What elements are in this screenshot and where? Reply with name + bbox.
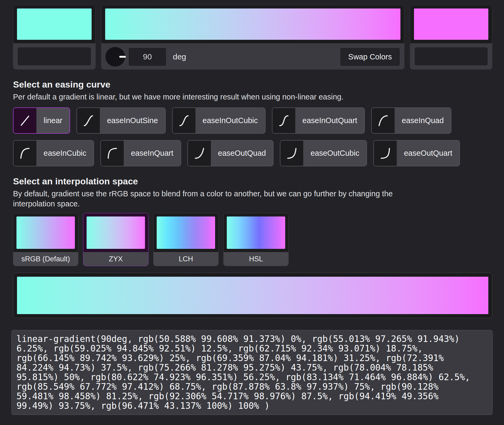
interp-option-srgb[interactable]: sRGB (Default) [13,213,78,266]
easing-option-label: linear [36,108,70,133]
interp-option-label: LCH [153,252,218,266]
start-color-swatch-area [13,5,95,43]
easing-option-label: easeOutCubic [303,141,366,166]
easing-row-1: linear easeInOutSine easeInOutCubic ease… [13,107,492,134]
end-color-card [410,5,492,70]
easing-option-label: easeInQuad [395,108,451,133]
interp-option-zyx[interactable]: ZYX [83,213,148,266]
end-color-input[interactable] [414,47,488,66]
easing-section-title: Select an easing curve [13,79,492,90]
interpolation-options-row: sRGB (Default) ZYX LCH HSL [13,213,492,266]
main-gradient-preview-card [13,273,492,318]
top-controls-row: deg Swap Colors [13,5,492,70]
angle-unit-label: deg [173,52,186,61]
knob-pointer-icon [119,56,126,58]
start-color-input[interactable] [17,47,91,66]
interp-option-label: sRGB (Default) [13,252,78,266]
end-color-swatch-area [410,5,492,43]
interpolation-section-title: Select an interpolation space [13,176,492,187]
ease-out-cubic-curve-icon [280,141,303,166]
main-gradient-preview [17,277,488,314]
gradient-control-card: deg Swap Colors [101,5,404,70]
angle-knob[interactable] [105,47,125,67]
ease-out-quad-curve-icon [188,141,211,166]
easing-option-label: easeInOutQuart [295,108,364,133]
interp-option-label: HSL [224,252,288,266]
zyx-gradient-swatch [87,216,145,249]
ease-out-quart-curve-icon [374,141,397,166]
interpolation-section-description: By default, gradient use the rRGB space … [13,189,401,209]
hsl-gradient-swatch [227,216,285,249]
easing-option-label: easeInQuart [124,141,181,166]
end-color-swatch[interactable] [414,8,488,40]
interp-option-hsl[interactable]: HSL [223,213,289,266]
srgb-gradient-swatch [16,216,75,249]
interp-option-label: ZYX [83,252,148,266]
easing-option-label: easeInOutSine [100,108,165,133]
easing-option-easeOutCubic[interactable]: easeOutCubic [280,140,367,166]
easing-option-linear[interactable]: linear [13,107,70,134]
gradient-preview-area [101,5,404,43]
ease-in-out-sine-curve-icon [77,108,100,133]
gradient-preview [105,8,400,40]
easing-option-label: easeInCubic [36,141,93,166]
easing-option-label: easeOutQuad [211,141,273,166]
easing-option-easeOutQuad[interactable]: easeOutQuad [187,140,274,166]
css-output-code[interactable]: linear-gradient(90deg, rgb(50.588% 99.60… [11,330,493,415]
ease-in-out-cubic-curve-icon [173,108,195,133]
lch-gradient-swatch [157,216,215,249]
ease-in-out-quart-curve-icon [272,108,295,133]
start-color-swatch[interactable] [17,8,92,40]
easing-option-easeInOutCubic[interactable]: easeInOutCubic [172,107,266,134]
linear-curve-icon [14,108,36,133]
easing-option-label: easeInOutCubic [195,108,265,133]
ease-in-quad-curve-icon [372,108,395,133]
easing-option-easeInQuart[interactable]: easeInQuart [100,140,181,166]
ease-in-cubic-curve-icon [14,141,36,166]
end-color-card-footer [410,43,492,70]
easing-option-easeInQuad[interactable]: easeInQuad [371,107,451,134]
easing-section-description: Per default a gradient is linear, but we… [13,92,401,102]
easing-option-easeInOutSine[interactable]: easeInOutSine [76,107,166,134]
interp-option-lch[interactable]: LCH [153,213,219,266]
swap-colors-button[interactable]: Swap Colors [340,47,400,66]
start-color-card [13,5,96,70]
easing-row-2: easeInCubic easeInQuart easeOutQuad ease… [13,140,492,166]
easing-option-easeInOutQuart[interactable]: easeInOutQuart [272,107,365,134]
start-color-card-footer [13,43,95,70]
easing-option-easeInCubic[interactable]: easeInCubic [13,140,94,166]
easing-option-label: easeOutQuart [397,141,459,166]
gradient-controls: deg Swap Colors [101,43,404,70]
ease-in-quart-curve-icon [101,141,124,166]
angle-input[interactable] [128,47,166,66]
easing-option-easeOutQuart[interactable]: easeOutQuart [373,140,460,166]
